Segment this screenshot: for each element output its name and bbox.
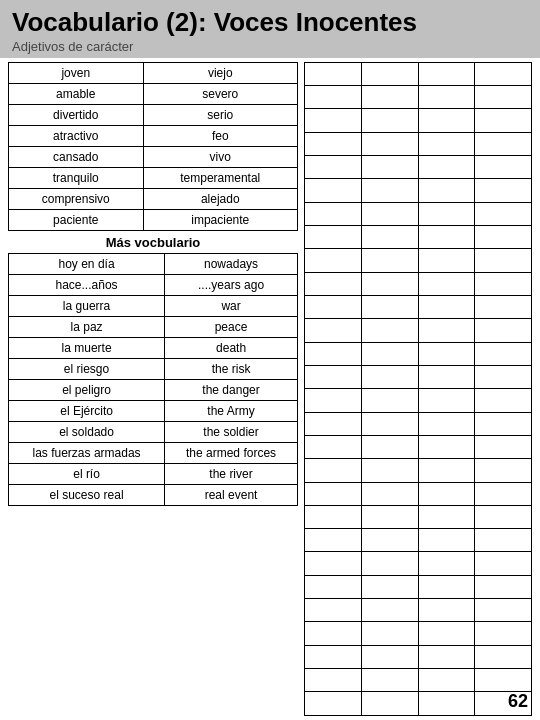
grid-cell: [418, 202, 475, 225]
left-section: jovenviejoamableseverodivertidoserioatra…: [8, 62, 298, 716]
grid-cell: [418, 529, 475, 552]
grid-cell: [305, 295, 362, 318]
grid-cell: [475, 202, 532, 225]
grid-cell: [305, 435, 362, 458]
grid-row: [305, 529, 532, 552]
grid-cell: [475, 669, 532, 692]
character-cell-translation: impaciente: [143, 209, 297, 230]
vocab-row: hace...años....years ago: [9, 274, 298, 295]
grid-cell: [305, 319, 362, 342]
character-cell-spanish: paciente: [9, 209, 144, 230]
grid-cell: [475, 295, 532, 318]
grid-row: [305, 389, 532, 412]
vocab-row: la guerrawar: [9, 295, 298, 316]
vocab-row: el ríothe river: [9, 463, 298, 484]
vocab-cell-spanish: el soldado: [9, 421, 165, 442]
vocab-cell-spanish: el suceso real: [9, 484, 165, 505]
grid-cell: [418, 669, 475, 692]
grid-cell: [418, 225, 475, 248]
vocab-cell-translation: war: [165, 295, 298, 316]
grid-cell: [475, 552, 532, 575]
grid-cell: [305, 272, 362, 295]
grid-cell: [305, 692, 362, 716]
grid-cell: [475, 85, 532, 108]
character-cell-spanish: cansado: [9, 146, 144, 167]
grid-cell: [305, 412, 362, 435]
vocab-row: el peligrothe danger: [9, 379, 298, 400]
grid-cell: [418, 622, 475, 645]
grid-cell: [475, 179, 532, 202]
grid-cell: [361, 575, 418, 598]
header: Vocabulario (2): Voces Inocentes Adjetiv…: [0, 0, 540, 58]
grid-cell: [361, 132, 418, 155]
grid-cell: [361, 389, 418, 412]
grid-cell: [475, 505, 532, 528]
character-table: jovenviejoamableseverodivertidoserioatra…: [8, 62, 298, 231]
grid-cell: [418, 295, 475, 318]
vocab-cell-translation: ....years ago: [165, 274, 298, 295]
grid-cell: [305, 249, 362, 272]
grid-cell: [418, 435, 475, 458]
grid-cell: [475, 319, 532, 342]
grid-cell: [475, 155, 532, 178]
grid-row: [305, 62, 532, 85]
character-row: tranquilotemperamental: [9, 167, 298, 188]
grid-cell: [361, 529, 418, 552]
page-subtitle: Adjetivos de carácter: [12, 39, 528, 54]
character-cell-translation: alejado: [143, 188, 297, 209]
vocab-cell-translation: the risk: [165, 358, 298, 379]
grid-cell: [418, 599, 475, 622]
grid-cell: [305, 552, 362, 575]
grid-cell: [361, 249, 418, 272]
vocab-cell-spanish: el peligro: [9, 379, 165, 400]
grid-cell: [305, 645, 362, 668]
grid-cell: [475, 529, 532, 552]
grid-row: [305, 669, 532, 692]
grid-cell: [361, 482, 418, 505]
grid-row: [305, 295, 532, 318]
vocab-cell-translation: the armed forces: [165, 442, 298, 463]
grid-row: [305, 692, 532, 716]
character-row: atractivofeo: [9, 125, 298, 146]
grid-cell: [475, 225, 532, 248]
grid-row: [305, 109, 532, 132]
grid-cell: [475, 342, 532, 365]
page-container: Vocabulario (2): Voces Inocentes Adjetiv…: [0, 0, 540, 720]
grid-cell: [305, 459, 362, 482]
character-row: cansadovivo: [9, 146, 298, 167]
grid-cell: [361, 155, 418, 178]
grid-cell: [305, 575, 362, 598]
grid-cell: [418, 389, 475, 412]
grid-cell: [305, 85, 362, 108]
grid-cell: [305, 202, 362, 225]
page-wrapper: Vocabulario (2): Voces Inocentes Adjetiv…: [0, 0, 540, 720]
character-cell-translation: feo: [143, 125, 297, 146]
grid-cell: [361, 85, 418, 108]
vocab-cell-translation: death: [165, 337, 298, 358]
grid-cell: [361, 319, 418, 342]
grid-cell: [475, 412, 532, 435]
grid-cell: [475, 132, 532, 155]
grid-row: [305, 272, 532, 295]
grid-cell: [361, 225, 418, 248]
grid-cell: [305, 669, 362, 692]
character-cell-spanish: amable: [9, 83, 144, 104]
grid-cell: [305, 529, 362, 552]
grid-row: [305, 575, 532, 598]
grid-row: [305, 599, 532, 622]
vocab-row: el riesgothe risk: [9, 358, 298, 379]
more-vocab-header: Más vocbulario: [8, 235, 298, 250]
grid-cell: [418, 109, 475, 132]
grid-cell: [361, 622, 418, 645]
grid-cell: [361, 295, 418, 318]
grid-row: [305, 459, 532, 482]
character-row: pacienteimpaciente: [9, 209, 298, 230]
grid-cell: [418, 249, 475, 272]
main-content: jovenviejoamableseverodivertidoserioatra…: [0, 58, 540, 720]
vocab-cell-spanish: la muerte: [9, 337, 165, 358]
grid-cell: [361, 109, 418, 132]
grid-cell: [361, 459, 418, 482]
grid-cell: [305, 389, 362, 412]
vocab-cell-translation: the Army: [165, 400, 298, 421]
grid-row: [305, 482, 532, 505]
